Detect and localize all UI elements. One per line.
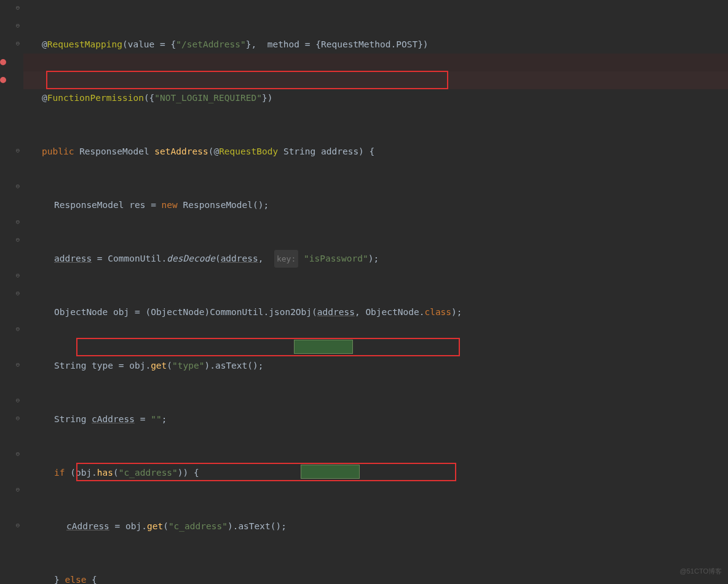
fold-icon[interactable]: ⊖	[14, 450, 22, 457]
t: (	[167, 357, 172, 375]
t: obj = (	[108, 303, 151, 321]
code-line[interactable]: String cAddress = "";	[23, 410, 587, 428]
code-line[interactable]: @RequestMapping(value = {"/setAddress"},…	[23, 36, 587, 54]
t: )CommonUtil.json2Obj(	[204, 303, 317, 321]
t: }, method = {	[246, 36, 321, 54]
t: get	[151, 357, 167, 375]
fold-icon[interactable]: ⊖	[14, 39, 22, 47]
t: ResponseModel	[79, 143, 149, 161]
fold-icon[interactable]: ⊖	[14, 396, 22, 404]
t: }	[54, 571, 65, 584]
t: })	[262, 89, 272, 107]
t: RequestMapping	[47, 36, 122, 54]
t: setAddress	[154, 143, 208, 161]
code-line[interactable]: address = CommonUtil.desDecode(address, …	[23, 250, 587, 268]
t: ).asText();	[228, 518, 287, 535]
t: cAddress	[66, 518, 109, 535]
code-line[interactable]: ObjectNode obj = (ObjectNode)CommonUtil.…	[23, 303, 587, 321]
code-editor[interactable]: ⊖ ⊖ ⊖ ⊖ ⊖ ⊖ ⊖ ⊖ ⊖ ⊖ ⊖ ⊖ ⊖ ⊖ ⊖ ⊖ @Request…	[0, 0, 728, 584]
t: "/setAddress"	[176, 36, 246, 54]
t: ""	[151, 410, 161, 428]
fold-icon[interactable]: ⊖	[14, 4, 22, 11]
fold-icon[interactable]: ⊖	[14, 486, 22, 493]
breakpoint-icon[interactable]	[0, 77, 6, 83]
fold-icon[interactable]: ⊖	[14, 146, 22, 154]
t: ObjectNode	[151, 303, 204, 321]
t: "isPassword"	[298, 250, 368, 268]
t: ResponseModel	[183, 196, 253, 214]
watermark: @51CTO博客	[680, 562, 722, 580]
code-line[interactable]: ResponseModel res = new ResponseModel();	[23, 196, 587, 214]
t: ();	[253, 196, 269, 214]
t: @	[42, 89, 47, 107]
code-area[interactable]: @RequestMapping(value = {"/setAddress"},…	[23, 0, 587, 584]
t: (	[215, 250, 221, 268]
t: (obj.	[65, 464, 97, 482]
gutter: ⊖ ⊖ ⊖ ⊖ ⊖ ⊖ ⊖ ⊖ ⊖ ⊖ ⊖ ⊖ ⊖ ⊖ ⊖ ⊖	[0, 0, 23, 584]
fold-icon[interactable]: ⊖	[14, 218, 22, 225]
t: address	[221, 250, 258, 268]
code-line[interactable]: public ResponseModel setAddress(@Request…	[23, 143, 587, 161]
t: cAddress	[92, 410, 135, 428]
fold-icon[interactable]: ⊖	[14, 289, 22, 297]
code-line[interactable]: String type = obj.get("type").asText();	[23, 357, 587, 375]
t: String address) {	[278, 143, 374, 161]
t: .POST})	[390, 36, 428, 54]
t: ({	[144, 89, 154, 107]
fold-icon[interactable]: ⊖	[14, 22, 22, 29]
t: desDecode	[167, 250, 215, 268]
t: );	[451, 303, 462, 321]
t: )) {	[178, 464, 199, 482]
t: String	[54, 410, 92, 428]
t: "NOT_LOGIN_REQUIRED"	[154, 89, 262, 107]
t: new	[162, 196, 178, 214]
t: class	[424, 303, 451, 321]
t: ObjectNode	[54, 303, 108, 321]
t: "type"	[172, 357, 204, 375]
fold-icon[interactable]: ⊖	[14, 182, 22, 190]
t: @	[213, 143, 219, 161]
param-hint: key:	[274, 250, 298, 268]
fold-icon[interactable]: ⊖	[14, 325, 22, 332]
t: ResponseModel	[54, 196, 124, 214]
t: (	[208, 143, 214, 161]
fold-icon[interactable]: ⊖	[14, 361, 22, 368]
t: RequestBody	[219, 143, 278, 161]
breakpoint-icon[interactable]	[0, 59, 6, 65]
fold-icon[interactable]: ⊖	[14, 521, 22, 529]
t: if	[54, 464, 65, 482]
t: ).asText();	[204, 357, 263, 375]
t: ObjectNode	[365, 303, 419, 321]
t: String type = obj.	[54, 357, 151, 375]
t: ;	[162, 410, 167, 428]
t: "c_address"	[119, 464, 178, 482]
t: (	[113, 464, 119, 482]
t: get	[147, 518, 163, 535]
fold-icon[interactable]: ⊖	[14, 271, 22, 279]
t: address	[317, 303, 355, 321]
code-line[interactable]: cAddress = obj.get("c_address").asText()…	[23, 518, 587, 535]
t: = CommonUtil.	[92, 250, 167, 268]
t: = obj.	[109, 518, 147, 535]
code-line[interactable]: } else {	[23, 571, 587, 584]
fold-icon[interactable]: ⊖	[14, 236, 22, 243]
t: has	[97, 464, 113, 482]
fold-icon[interactable]: ⊖	[14, 414, 22, 422]
t: =	[135, 410, 151, 428]
t: (	[163, 518, 168, 535]
t: FunctionPermission	[47, 89, 144, 107]
t: public	[42, 143, 74, 161]
t: (value = {	[122, 36, 176, 54]
t: );	[368, 250, 379, 268]
t: "c_address"	[168, 518, 228, 535]
t: ,	[258, 250, 274, 268]
t: res =	[124, 196, 162, 214]
t: address	[54, 250, 92, 268]
t: {	[86, 571, 97, 584]
code-line[interactable]: if (obj.has("c_address")) {	[23, 464, 587, 482]
code-line[interactable]: @FunctionPermission({"NOT_LOGIN_REQUIRED…	[23, 89, 587, 107]
t: .	[419, 303, 425, 321]
t: else	[65, 571, 86, 584]
t: RequestMethod	[321, 36, 391, 54]
t: ,	[355, 303, 365, 321]
